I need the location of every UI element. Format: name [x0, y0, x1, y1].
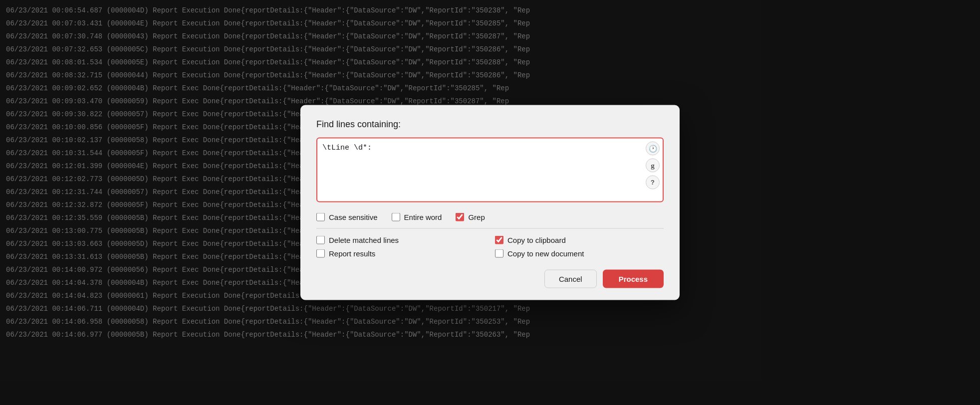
copy-new-doc-label: Copy to new document: [507, 249, 584, 258]
report-results-label: Report results: [329, 249, 375, 258]
bottom-checkboxes-grid: Delete matched lines Copy to clipboard R…: [316, 236, 664, 258]
delete-matched-option[interactable]: Delete matched lines: [316, 236, 485, 244]
entire-word-checkbox[interactable]: [392, 213, 400, 221]
search-input[interactable]: [316, 138, 664, 202]
case-sensitive-label: Case sensitive: [329, 213, 378, 221]
grep-option[interactable]: Grep: [456, 213, 485, 221]
divider: [316, 228, 664, 229]
copy-clipboard-label: Copy to clipboard: [507, 236, 566, 244]
entire-word-label: Entire word: [404, 213, 442, 221]
dialog-title: Find lines containing:: [316, 119, 664, 130]
report-results-option[interactable]: Report results: [316, 249, 485, 258]
help-icon[interactable]: ?: [646, 176, 660, 190]
top-checkboxes-row: Case sensitive Entire word Grep: [316, 213, 664, 221]
entire-word-option[interactable]: Entire word: [392, 213, 442, 221]
find-lines-dialog: Find lines containing: 🕐 g ? Case sensit…: [300, 105, 680, 300]
grep-checkbox[interactable]: [456, 213, 464, 221]
delete-matched-label: Delete matched lines: [329, 236, 399, 244]
copy-new-doc-checkbox[interactable]: [495, 249, 503, 258]
copy-clipboard-option[interactable]: Copy to clipboard: [495, 236, 664, 244]
grep-label: Grep: [468, 213, 485, 221]
history-icon[interactable]: 🕐: [646, 142, 660, 156]
buttons-row: Cancel Process: [316, 270, 664, 288]
search-input-wrapper: 🕐 g ?: [316, 138, 664, 205]
process-button[interactable]: Process: [603, 270, 664, 288]
copy-clipboard-checkbox[interactable]: [495, 236, 503, 244]
cancel-button[interactable]: Cancel: [544, 270, 597, 288]
report-results-checkbox[interactable]: [316, 249, 325, 258]
copy-new-doc-option[interactable]: Copy to new document: [495, 249, 664, 258]
input-side-icons: 🕐 g ?: [646, 142, 660, 190]
case-sensitive-option[interactable]: Case sensitive: [316, 213, 378, 221]
search-options-icon[interactable]: g: [646, 159, 660, 173]
delete-matched-checkbox[interactable]: [316, 236, 325, 244]
case-sensitive-checkbox[interactable]: [316, 213, 325, 221]
